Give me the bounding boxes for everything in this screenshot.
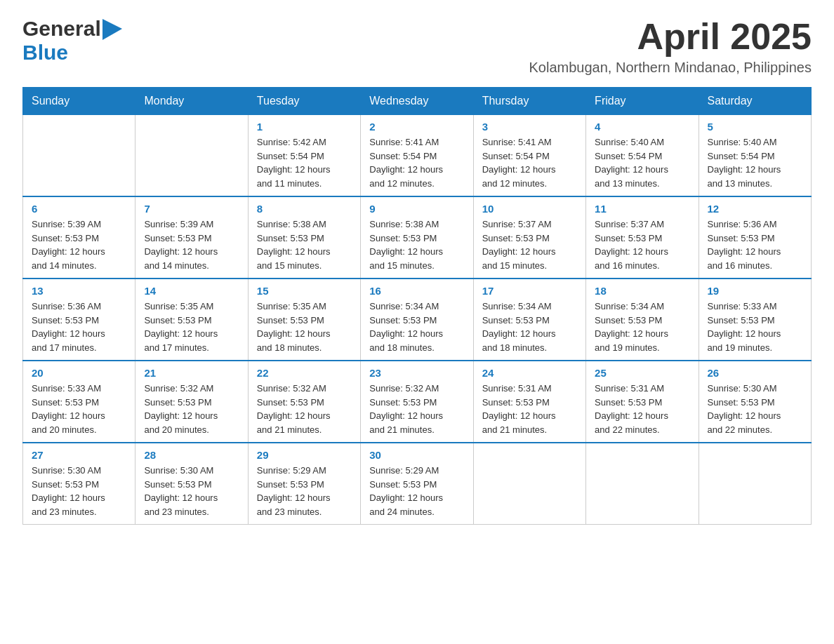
day-info: Sunrise: 5:33 AMSunset: 5:53 PMDaylight:… <box>708 300 802 354</box>
day-info: Sunrise: 5:38 AMSunset: 5:53 PMDaylight:… <box>257 217 352 272</box>
day-info: Sunrise: 5:36 AMSunset: 5:53 PMDaylight:… <box>708 217 802 272</box>
day-number: 4 <box>595 121 689 133</box>
calendar-cell: 9Sunrise: 5:38 AMSunset: 5:53 PMDaylight… <box>361 196 473 279</box>
day-header-monday: Monday <box>135 88 248 115</box>
calendar-week-row: 27Sunrise: 5:30 AMSunset: 5:53 PMDayligh… <box>23 443 812 525</box>
calendar-cell: 20Sunrise: 5:33 AMSunset: 5:53 PMDayligh… <box>23 361 135 443</box>
day-number: 9 <box>369 203 464 215</box>
day-number: 24 <box>482 367 577 379</box>
calendar-cell: 26Sunrise: 5:30 AMSunset: 5:53 PMDayligh… <box>699 361 811 443</box>
page: General Blue April 2025 Kolambugan, Nort… <box>0 0 834 542</box>
day-number: 5 <box>708 121 802 133</box>
calendar-cell: 22Sunrise: 5:32 AMSunset: 5:53 PMDayligh… <box>248 361 360 443</box>
calendar-cell <box>473 443 585 525</box>
day-header-wednesday: Wednesday <box>361 88 473 115</box>
calendar-cell: 17Sunrise: 5:34 AMSunset: 5:53 PMDayligh… <box>473 279 585 361</box>
day-number: 19 <box>708 285 802 297</box>
day-number: 25 <box>595 367 689 379</box>
calendar-week-row: 1Sunrise: 5:42 AMSunset: 5:54 PMDaylight… <box>23 115 812 197</box>
day-number: 21 <box>144 367 239 379</box>
calendar-cell: 2Sunrise: 5:41 AMSunset: 5:54 PMDaylight… <box>361 115 473 197</box>
day-number: 10 <box>482 203 577 215</box>
calendar-cell: 15Sunrise: 5:35 AMSunset: 5:53 PMDayligh… <box>248 279 360 361</box>
day-header-sunday: Sunday <box>23 88 135 115</box>
calendar-cell: 16Sunrise: 5:34 AMSunset: 5:53 PMDayligh… <box>361 279 473 361</box>
day-info: Sunrise: 5:31 AMSunset: 5:53 PMDaylight:… <box>595 382 689 436</box>
day-info: Sunrise: 5:40 AMSunset: 5:54 PMDaylight:… <box>708 135 802 190</box>
day-info: Sunrise: 5:32 AMSunset: 5:53 PMDaylight:… <box>257 382 352 436</box>
calendar-table: SundayMondayTuesdayWednesdayThursdayFrid… <box>22 87 812 525</box>
day-info: Sunrise: 5:39 AMSunset: 5:53 PMDaylight:… <box>144 217 239 272</box>
day-info: Sunrise: 5:37 AMSunset: 5:53 PMDaylight:… <box>482 217 577 272</box>
day-number: 17 <box>482 285 577 297</box>
calendar-cell: 23Sunrise: 5:32 AMSunset: 5:53 PMDayligh… <box>361 361 473 443</box>
day-number: 1 <box>257 121 352 133</box>
calendar-cell: 8Sunrise: 5:38 AMSunset: 5:53 PMDaylight… <box>248 196 360 279</box>
calendar-cell: 18Sunrise: 5:34 AMSunset: 5:53 PMDayligh… <box>586 279 699 361</box>
day-number: 12 <box>708 203 802 215</box>
day-info: Sunrise: 5:30 AMSunset: 5:53 PMDaylight:… <box>32 464 126 518</box>
logo: General Blue <box>22 17 122 65</box>
calendar-cell: 25Sunrise: 5:31 AMSunset: 5:53 PMDayligh… <box>586 361 699 443</box>
calendar-cell: 11Sunrise: 5:37 AMSunset: 5:53 PMDayligh… <box>586 196 699 279</box>
header: General Blue April 2025 Kolambugan, Nort… <box>22 17 812 76</box>
calendar-cell: 30Sunrise: 5:29 AMSunset: 5:53 PMDayligh… <box>361 443 473 525</box>
calendar-week-row: 20Sunrise: 5:33 AMSunset: 5:53 PMDayligh… <box>23 361 812 443</box>
day-info: Sunrise: 5:34 AMSunset: 5:53 PMDaylight:… <box>595 300 689 354</box>
logo-general-text: General <box>22 17 101 41</box>
day-number: 22 <box>257 367 352 379</box>
calendar-cell: 10Sunrise: 5:37 AMSunset: 5:53 PMDayligh… <box>473 196 585 279</box>
day-number: 15 <box>257 285 352 297</box>
day-number: 11 <box>595 203 689 215</box>
calendar-week-row: 6Sunrise: 5:39 AMSunset: 5:53 PMDaylight… <box>23 196 812 279</box>
svg-marker-0 <box>102 19 122 40</box>
day-info: Sunrise: 5:41 AMSunset: 5:54 PMDaylight:… <box>369 135 464 190</box>
day-info: Sunrise: 5:40 AMSunset: 5:54 PMDaylight:… <box>595 135 689 190</box>
day-number: 26 <box>708 367 802 379</box>
day-number: 20 <box>32 367 126 379</box>
day-number: 30 <box>369 449 464 461</box>
day-info: Sunrise: 5:36 AMSunset: 5:53 PMDaylight:… <box>32 300 126 354</box>
day-number: 14 <box>144 285 239 297</box>
day-number: 29 <box>257 449 352 461</box>
day-info: Sunrise: 5:34 AMSunset: 5:53 PMDaylight:… <box>369 300 464 354</box>
day-header-friday: Friday <box>586 88 699 115</box>
calendar-cell: 1Sunrise: 5:42 AMSunset: 5:54 PMDaylight… <box>248 115 360 197</box>
calendar-cell: 7Sunrise: 5:39 AMSunset: 5:53 PMDaylight… <box>135 196 248 279</box>
day-info: Sunrise: 5:35 AMSunset: 5:53 PMDaylight:… <box>257 300 352 354</box>
calendar-cell: 4Sunrise: 5:40 AMSunset: 5:54 PMDaylight… <box>586 115 699 197</box>
day-number: 7 <box>144 203 239 215</box>
day-info: Sunrise: 5:42 AMSunset: 5:54 PMDaylight:… <box>257 135 352 190</box>
day-info: Sunrise: 5:30 AMSunset: 5:53 PMDaylight:… <box>708 382 802 436</box>
calendar-cell: 14Sunrise: 5:35 AMSunset: 5:53 PMDayligh… <box>135 279 248 361</box>
day-number: 6 <box>32 203 126 215</box>
calendar-cell <box>135 115 248 197</box>
month-title: April 2025 <box>529 17 812 57</box>
day-info: Sunrise: 5:29 AMSunset: 5:53 PMDaylight:… <box>369 464 464 518</box>
calendar-cell <box>23 115 135 197</box>
day-info: Sunrise: 5:32 AMSunset: 5:53 PMDaylight:… <box>369 382 464 436</box>
calendar-cell: 19Sunrise: 5:33 AMSunset: 5:53 PMDayligh… <box>699 279 811 361</box>
day-info: Sunrise: 5:30 AMSunset: 5:53 PMDaylight:… <box>144 464 239 518</box>
day-info: Sunrise: 5:29 AMSunset: 5:53 PMDaylight:… <box>257 464 352 518</box>
day-number: 28 <box>144 449 239 461</box>
day-info: Sunrise: 5:37 AMSunset: 5:53 PMDaylight:… <box>595 217 689 272</box>
day-number: 27 <box>32 449 126 461</box>
calendar-cell: 29Sunrise: 5:29 AMSunset: 5:53 PMDayligh… <box>248 443 360 525</box>
day-header-saturday: Saturday <box>699 88 811 115</box>
day-header-thursday: Thursday <box>473 88 585 115</box>
calendar-cell: 27Sunrise: 5:30 AMSunset: 5:53 PMDayligh… <box>23 443 135 525</box>
day-info: Sunrise: 5:31 AMSunset: 5:53 PMDaylight:… <box>482 382 577 436</box>
calendar-cell: 28Sunrise: 5:30 AMSunset: 5:53 PMDayligh… <box>135 443 248 525</box>
calendar-cell: 3Sunrise: 5:41 AMSunset: 5:54 PMDaylight… <box>473 115 585 197</box>
day-info: Sunrise: 5:34 AMSunset: 5:53 PMDaylight:… <box>482 300 577 354</box>
calendar-cell <box>586 443 699 525</box>
calendar-cell: 6Sunrise: 5:39 AMSunset: 5:53 PMDaylight… <box>23 196 135 279</box>
day-info: Sunrise: 5:33 AMSunset: 5:53 PMDaylight:… <box>32 382 126 436</box>
calendar-cell <box>699 443 811 525</box>
day-header-tuesday: Tuesday <box>248 88 360 115</box>
day-number: 16 <box>369 285 464 297</box>
logo-blue-text: Blue <box>22 41 68 64</box>
day-number: 3 <box>482 121 577 133</box>
calendar-cell: 13Sunrise: 5:36 AMSunset: 5:53 PMDayligh… <box>23 279 135 361</box>
